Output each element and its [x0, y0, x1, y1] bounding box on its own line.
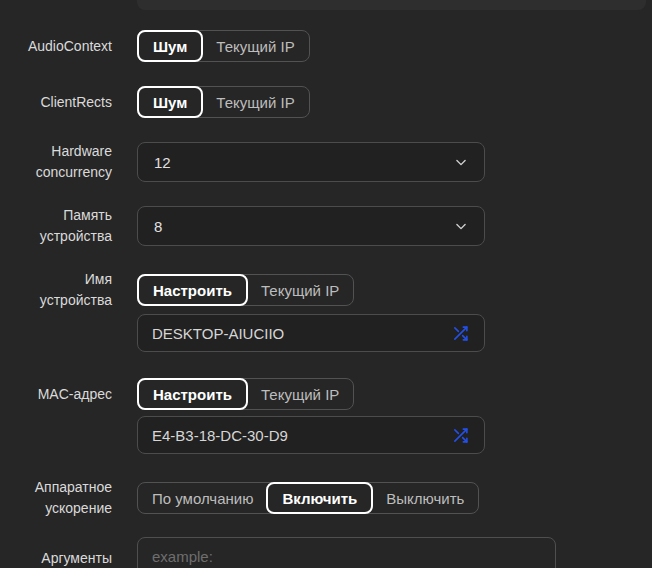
device-name-toggle-group: Настроить Текущий IP: [137, 274, 354, 306]
hardware-concurrency-select[interactable]: 12: [137, 142, 485, 182]
device-name-field: [137, 314, 485, 352]
field-row-clientrects: ClientRects Шум Текущий IP: [0, 86, 310, 118]
hardware-concurrency-value: 12: [154, 154, 171, 171]
shuffle-icon[interactable]: [451, 325, 470, 342]
device-memory-label: Память устройства: [0, 205, 112, 247]
field-row-mac-address: MAC-адрес Настроить Текущий IP: [0, 378, 354, 410]
field-row-device-name: Имя устройства Настроить Текущий IP: [0, 274, 354, 306]
clientrects-toggle-group: Шум Текущий IP: [137, 86, 310, 118]
mac-address-toggle-group: Настроить Текущий IP: [137, 378, 354, 410]
device-memory-value: 8: [154, 218, 162, 235]
audiocontext-toggle-group: Шум Текущий IP: [137, 30, 310, 62]
mac-address-input-row: [137, 416, 485, 454]
hardware-acceleration-enable-button[interactable]: Включить: [266, 482, 373, 514]
field-row-audiocontext: AudioContext Шум Текущий IP: [0, 30, 310, 62]
hardware-acceleration-disable-button[interactable]: Выключить: [372, 483, 478, 513]
truncated-field-above[interactable]: [137, 0, 646, 10]
field-row-arguments: Аргументы: [0, 537, 556, 568]
hardware-concurrency-label: Hardware concurrency: [0, 141, 112, 183]
field-row-hardware-concurrency: Hardware concurrency 12: [0, 142, 485, 182]
arguments-label: Аргументы: [0, 537, 112, 568]
audiocontext-label: AudioContext: [0, 36, 112, 57]
device-name-configure-button[interactable]: Настроить: [137, 274, 248, 306]
mac-address-configure-button[interactable]: Настроить: [137, 378, 248, 410]
device-name-input-row: [137, 314, 485, 352]
arguments-input[interactable]: [137, 537, 556, 568]
fingerprint-settings-panel: AudioContext Шум Текущий IP ClientRects …: [0, 0, 652, 568]
field-row-hardware-acceleration: Аппаратное ускорение По умолчанию Включи…: [0, 482, 479, 514]
mac-address-input[interactable]: [152, 427, 443, 444]
mac-address-label: MAC-адрес: [0, 384, 112, 405]
clientrects-noise-button[interactable]: Шум: [137, 86, 203, 118]
clientrects-current-ip-button[interactable]: Текущий IP: [202, 87, 308, 117]
chevron-down-icon: [454, 219, 468, 233]
hardware-acceleration-label: Аппаратное ускорение: [0, 477, 112, 519]
device-name-input[interactable]: [152, 325, 443, 342]
chevron-down-icon: [454, 155, 468, 169]
hardware-acceleration-default-button[interactable]: По умолчанию: [138, 483, 267, 513]
field-row-device-memory: Память устройства 8: [0, 206, 485, 246]
hardware-acceleration-toggle-group: По умолчанию Включить Выключить: [137, 482, 479, 514]
mac-address-current-ip-button[interactable]: Текущий IP: [247, 379, 353, 409]
device-memory-select[interactable]: 8: [137, 206, 485, 246]
shuffle-icon[interactable]: [451, 427, 470, 444]
audiocontext-noise-button[interactable]: Шум: [137, 30, 203, 62]
mac-address-field: [137, 416, 485, 454]
device-name-current-ip-button[interactable]: Текущий IP: [247, 275, 353, 305]
device-name-label: Имя устройства: [0, 269, 112, 311]
clientrects-label: ClientRects: [0, 92, 112, 113]
audiocontext-current-ip-button[interactable]: Текущий IP: [202, 31, 308, 61]
